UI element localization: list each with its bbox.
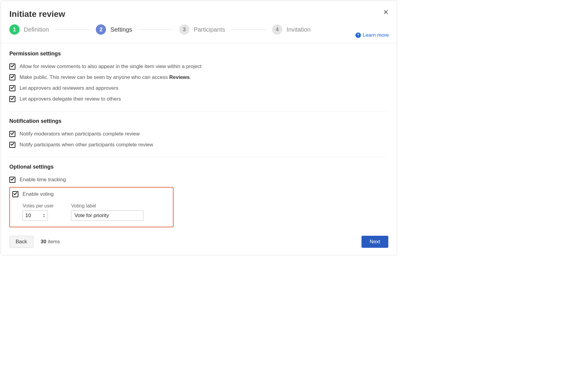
add-reviewers-label: Let approvers add reviewers and approver…	[20, 85, 118, 91]
dialog-footer: Back 30 items Next	[1, 230, 397, 255]
items-count-number: 30	[41, 239, 46, 244]
step-number: 3	[179, 24, 189, 35]
make-public-label: Make public. This review can be seen by …	[20, 74, 191, 80]
next-button[interactable]: Next	[361, 236, 388, 248]
learn-more-label: Learn more	[363, 32, 389, 38]
check-icon	[10, 86, 14, 91]
wizard-stepper: 1 Definition 2 Settings 3 Participants 4…	[9, 24, 388, 40]
step-label: Settings	[110, 26, 132, 33]
add-reviewers-checkbox[interactable]	[9, 85, 15, 91]
step-label: Participants	[194, 26, 225, 33]
step-participants[interactable]: 3 Participants	[179, 24, 225, 35]
step-number: 2	[96, 24, 106, 35]
step-number: 4	[272, 24, 282, 35]
voting-label-input[interactable]: Vote for priority	[71, 210, 143, 221]
step-invitation[interactable]: 4 Invitation	[272, 24, 311, 35]
notify-moderators-checkbox[interactable]	[9, 131, 15, 137]
permission-settings-section: Permission settings Allow for review com…	[9, 51, 388, 104]
time-tracking-label: Enable time tracking	[20, 177, 66, 183]
notify-participants-checkbox[interactable]	[9, 142, 15, 148]
step-definition[interactable]: 1 Definition	[9, 24, 49, 35]
check-icon	[13, 191, 17, 197]
check-icon	[10, 142, 14, 148]
voting-label-value: Vote for priority	[74, 213, 109, 219]
add-reviewers-row: Let approvers add reviewers and approver…	[9, 83, 388, 94]
check-icon	[10, 177, 14, 182]
delegate-checkbox[interactable]	[9, 96, 15, 102]
check-icon	[10, 64, 14, 69]
notify-participants-row: Notify participants when other participa…	[9, 139, 388, 150]
initiate-review-dialog: Initiate review 1 Definition 2 Settings …	[1, 1, 397, 255]
votes-per-user-group: Votes per user 10 ▲▼	[23, 203, 54, 221]
check-icon	[10, 131, 14, 137]
time-tracking-row: Enable time tracking	[9, 174, 388, 185]
make-public-row: Make public. This review can be seen by …	[9, 72, 388, 83]
dialog-header: Initiate review 1 Definition 2 Settings …	[1, 1, 397, 43]
close-button[interactable]	[382, 8, 390, 17]
votes-per-user-value: 10	[25, 213, 31, 219]
enable-voting-checkbox[interactable]	[12, 191, 18, 197]
voting-label-group: Voting label Vote for priority	[71, 203, 143, 221]
section-title: Optional settings	[9, 164, 388, 170]
delegate-label: Let approvers delegate their review to o…	[20, 96, 121, 102]
time-tracking-checkbox[interactable]	[9, 177, 15, 183]
check-icon	[10, 96, 14, 102]
step-connector	[54, 30, 90, 30]
notify-moderators-row: Notify moderators when participants comp…	[9, 129, 388, 139]
voting-label-label: Voting label	[71, 203, 143, 209]
make-public-suffix: .	[190, 74, 191, 80]
delegate-row: Let approvers delegate their review to o…	[9, 94, 388, 104]
votes-per-user-input[interactable]: 10 ▲▼	[23, 210, 48, 221]
items-count: 30 items	[41, 239, 60, 245]
dialog-title: Initiate review	[9, 9, 388, 19]
step-number: 1	[9, 24, 20, 35]
items-count-word: items	[46, 239, 60, 244]
check-icon	[10, 75, 14, 80]
learn-more-link[interactable]: ? Learn more	[355, 32, 389, 38]
make-public-checkbox[interactable]	[9, 74, 15, 80]
votes-per-user-label: Votes per user	[23, 203, 54, 209]
section-title: Permission settings	[9, 51, 388, 57]
dialog-body: Permission settings Allow for review com…	[1, 43, 397, 230]
notify-moderators-label: Notify moderators when participants comp…	[20, 131, 140, 137]
footer-left: Back 30 items	[9, 236, 60, 248]
enable-voting-row: Enable voting	[12, 191, 171, 200]
back-button[interactable]: Back	[9, 236, 33, 248]
voting-highlight-box: Enable voting Votes per user 10 ▲▼ Vot	[9, 187, 174, 227]
allow-comments-row: Allow for review comments to also appear…	[9, 61, 388, 72]
optional-settings-section: Optional settings Enable time tracking	[9, 164, 388, 227]
step-label: Invitation	[286, 26, 311, 33]
enable-voting-label: Enable voting	[23, 191, 54, 197]
step-label: Definition	[24, 26, 49, 33]
section-divider	[9, 111, 388, 111]
allow-comments-label: Allow for review comments to also appear…	[20, 64, 202, 70]
number-stepper-icon[interactable]: ▲▼	[43, 213, 45, 218]
close-icon	[383, 9, 389, 16]
help-icon: ?	[355, 33, 361, 38]
step-settings[interactable]: 2 Settings	[96, 24, 132, 35]
allow-comments-checkbox[interactable]	[9, 64, 15, 70]
section-divider	[9, 157, 388, 157]
step-connector	[230, 30, 267, 30]
notify-participants-label: Notify participants when other participa…	[20, 142, 153, 148]
make-public-prefix: Make public. This review can be seen by …	[20, 74, 169, 80]
step-connector	[138, 30, 174, 30]
notification-settings-section: Notification settings Notify moderators …	[9, 118, 388, 150]
section-title: Notification settings	[9, 118, 388, 124]
make-public-strong: Reviews	[169, 74, 190, 80]
voting-fields: Votes per user 10 ▲▼ Voting label Vote f…	[12, 203, 171, 221]
